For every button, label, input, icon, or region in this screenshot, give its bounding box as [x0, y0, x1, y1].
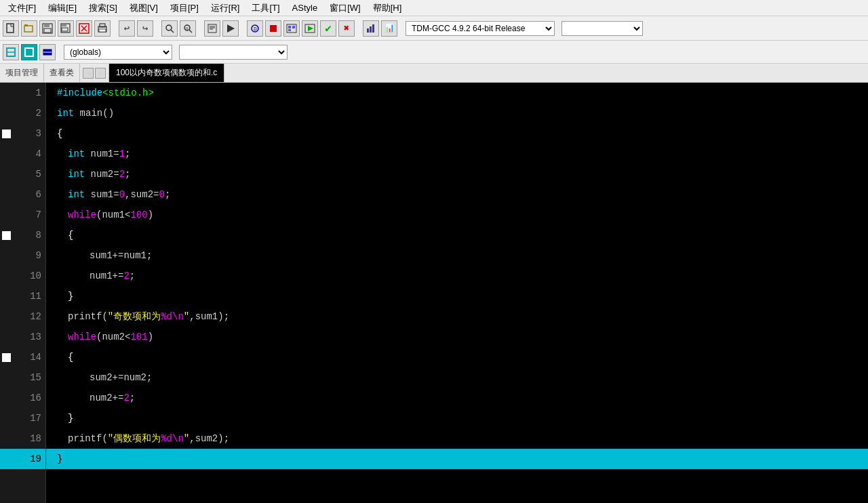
editor-container: 1 2 3 4 5 6 7 — [0, 83, 868, 503]
line-num-11: 11 — [12, 291, 45, 302]
breakpoint-8 — [2, 231, 11, 240]
svg-point-15 — [166, 25, 172, 31]
menu-window[interactable]: 窗口[W] — [324, 1, 366, 16]
tb2-btn1[interactable] — [3, 44, 19, 60]
line-num-17: 17 — [12, 413, 45, 424]
svg-line-18 — [189, 30, 192, 33]
breakpoint-3 — [2, 129, 11, 138]
menu-edit[interactable]: 编辑[E] — [43, 1, 82, 16]
build-project-button[interactable] — [283, 20, 300, 37]
menu-project[interactable]: 项目[P] — [165, 1, 204, 16]
line-num-19: 19 — [12, 454, 45, 464]
replace-button[interactable]: R — [180, 20, 196, 37]
tab-nav-left[interactable]: ◀ — [83, 68, 94, 79]
new-button[interactable] — [3, 20, 19, 37]
menu-help[interactable]: 帮助[H] — [368, 1, 408, 16]
tab-project-manager[interactable]: 项目管理 — [0, 64, 44, 82]
code-line-14: { — [46, 347, 868, 367]
tb2-btn3[interactable] — [39, 44, 56, 60]
code-area[interactable]: #include<stdio.h> int main() { int num1=… — [46, 83, 868, 503]
code-line-3: { — [46, 123, 868, 144]
toolbar2: (globals) — [0, 41, 868, 64]
tab-nav: ◀ ▶ — [80, 64, 109, 82]
tabbar: 项目管理 查看类 ◀ ▶ 100以内奇数项偶数项的和.c — [0, 64, 868, 83]
save-button[interactable] — [39, 20, 56, 37]
tab-view-class[interactable]: 查看类 — [44, 64, 80, 82]
line-num-18: 18 — [12, 433, 45, 444]
menu-search[interactable]: 搜索[S] — [83, 1, 123, 16]
tb2-btn2[interactable] — [21, 44, 37, 60]
chart2-button[interactable]: 📊 — [381, 20, 397, 37]
line-num-2: 2 — [12, 108, 45, 119]
line-num-5: 5 — [12, 169, 45, 180]
config-select[interactable] — [561, 21, 643, 36]
code-line-15: sum2+=num2; — [46, 367, 868, 388]
line-num-6: 6 — [12, 189, 45, 200]
open-button[interactable] — [21, 20, 37, 37]
svg-rect-35 — [370, 26, 372, 33]
menu-view[interactable]: 视图[V] — [124, 1, 163, 16]
menu-run[interactable]: 运行[R] — [205, 1, 245, 16]
svg-rect-7 — [62, 24, 66, 26]
run-button[interactable] — [222, 20, 239, 37]
svg-line-16 — [171, 30, 174, 33]
redo-button[interactable]: ↪ — [137, 20, 153, 37]
svg-rect-1 — [24, 26, 33, 32]
svg-rect-39 — [25, 48, 33, 56]
svg-text:D: D — [254, 26, 257, 32]
line-num-7: 7 — [12, 209, 45, 220]
menu-tools[interactable]: 工具[T] — [246, 1, 285, 16]
svg-rect-27 — [270, 25, 277, 32]
menu-astyle[interactable]: AStyle — [287, 1, 323, 14]
scope-select[interactable]: (globals) — [64, 45, 172, 60]
svg-rect-36 — [372, 24, 374, 33]
line-num-13: 13 — [12, 331, 45, 342]
code-line-19: } — [46, 449, 868, 469]
code-line-1: #include<stdio.h> — [46, 83, 868, 103]
line-num-14: 14 — [12, 352, 45, 363]
find-button[interactable] — [161, 20, 178, 37]
code-line-4: int num1=1; — [46, 144, 868, 164]
line-num-9: 9 — [12, 250, 45, 261]
check-button[interactable]: ✔ — [320, 20, 336, 37]
svg-rect-30 — [292, 26, 295, 28]
code-line-17: } — [46, 408, 868, 428]
svg-rect-31 — [288, 29, 291, 31]
svg-rect-14 — [99, 29, 106, 32]
code-line-12: printf("奇数项和为%d\n",sum1); — [46, 306, 868, 327]
code-line-9: sum1+=num1; — [46, 245, 868, 266]
stop-button[interactable] — [265, 20, 281, 37]
menu-file[interactable]: 文件[F] — [3, 1, 41, 16]
undo-button[interactable]: ↩ — [119, 20, 135, 37]
code-line-16: num2+=2; — [46, 388, 868, 408]
tab-nav-right[interactable]: ▶ — [95, 68, 106, 79]
code-line-18: printf("偶数项和为%d\n",sum2); — [46, 428, 868, 449]
run-project-button[interactable] — [302, 20, 318, 37]
code-line-11: } — [46, 286, 868, 306]
svg-text:R: R — [186, 26, 189, 31]
compiler-select[interactable]: TDM-GCC 4.9.2 64-bit Release — [406, 21, 555, 36]
code-line-2: int main() — [46, 103, 868, 123]
close-button[interactable] — [76, 20, 92, 37]
line-num-8: 8 — [12, 230, 45, 241]
svg-rect-4 — [44, 24, 50, 27]
debug-button[interactable]: D — [247, 20, 263, 37]
chart-button[interactable] — [363, 20, 379, 37]
line-num-3: 3 — [12, 128, 45, 139]
code-line-5: int num2=2; — [46, 164, 868, 184]
code-line-13: while(num2<101) — [46, 327, 868, 347]
save-all-button[interactable] — [58, 20, 74, 37]
line-num-16: 16 — [12, 393, 45, 403]
scope-select2[interactable] — [179, 45, 288, 60]
print-button[interactable] — [94, 20, 111, 37]
line-num-4: 4 — [12, 148, 45, 159]
code-line-7: while(num1<100) — [46, 205, 868, 225]
svg-rect-20 — [208, 24, 216, 33]
line-num-10: 10 — [12, 270, 45, 281]
code-line-6: int sum1=0,sum2=0; — [46, 184, 868, 205]
svg-rect-2 — [24, 24, 28, 26]
file-tab-main[interactable]: 100以内奇数项偶数项的和.c — [109, 64, 224, 82]
x-button[interactable]: ✖ — [338, 20, 355, 37]
line-num-1: 1 — [12, 87, 45, 98]
compile-button[interactable] — [204, 20, 220, 37]
